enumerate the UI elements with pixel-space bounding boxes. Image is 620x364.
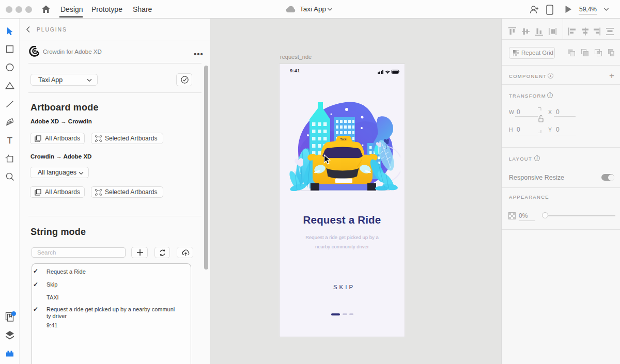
svg-text:TAXI: TAXI bbox=[340, 138, 347, 141]
